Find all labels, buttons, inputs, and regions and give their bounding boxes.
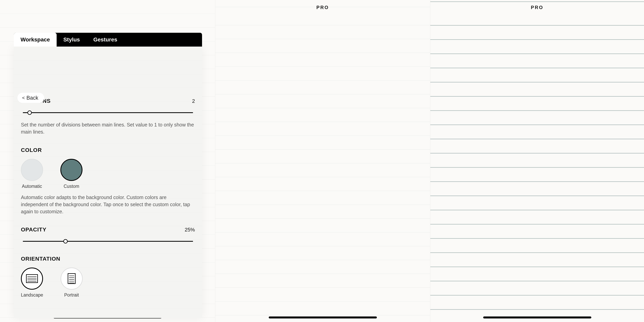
color-automatic[interactable]: Automatic <box>21 159 43 189</box>
preview-mid: PRO <box>215 0 430 322</box>
color-help: Automatic color adapts to the background… <box>21 194 195 215</box>
custom-swatch-icon <box>60 159 82 181</box>
pro-badge: PRO <box>215 5 430 10</box>
slider-thumb[interactable] <box>63 239 68 244</box>
divisions-slider[interactable] <box>23 110 193 116</box>
pro-badge: PRO <box>430 5 644 10</box>
tab-stylus[interactable]: Stylus <box>57 33 86 46</box>
orientation-landscape[interactable]: Landscape <box>21 268 43 298</box>
automatic-label: Automatic <box>22 184 42 189</box>
preview-right: PRO <box>430 0 644 322</box>
portrait-icon <box>60 268 83 290</box>
landscape-icon <box>21 268 43 290</box>
settings-tabs: Workspace Stylus Gestures <box>14 33 202 46</box>
back-button[interactable]: < Back <box>17 93 44 103</box>
landscape-label: Landscape <box>21 292 43 298</box>
chevron-left-icon: < <box>22 95 25 100</box>
opacity-slider[interactable] <box>23 238 193 244</box>
home-indicator <box>269 316 377 318</box>
settings-column: Workspace Stylus Gestures < Back DIVISIO… <box>0 0 215 322</box>
portrait-label: Portrait <box>64 292 79 298</box>
divisions-section: DIVISIONS 2 Set the number of divisions … <box>14 98 202 136</box>
divisions-help: Set the number of divisions between main… <box>21 121 195 136</box>
color-section: COLOR Automatic Custom Automatic color a… <box>14 147 202 215</box>
slider-thumb[interactable] <box>28 110 32 115</box>
opacity-value: 25% <box>185 227 195 233</box>
tab-gestures[interactable]: Gestures <box>86 33 124 46</box>
orientation-portrait[interactable]: Portrait <box>60 268 83 298</box>
slider-track <box>23 241 193 242</box>
home-indicator <box>483 316 591 318</box>
opacity-section: OPACITY 25% <box>14 226 202 244</box>
opacity-title: OPACITY <box>21 226 46 233</box>
automatic-swatch-icon <box>21 159 43 181</box>
custom-label: Custom <box>64 184 79 189</box>
slider-track <box>23 112 193 113</box>
orientation-section: ORIENTATION Landscape <box>14 256 202 298</box>
back-label: Back <box>26 95 38 101</box>
color-custom[interactable]: Custom <box>60 159 82 189</box>
settings-panel: < Back DIVISIONS 2 Set the number of div… <box>14 46 202 318</box>
divisions-value: 2 <box>192 98 195 104</box>
orientation-title: ORIENTATION <box>21 256 60 262</box>
color-title: COLOR <box>21 147 42 153</box>
tab-workspace[interactable]: Workspace <box>14 33 57 46</box>
